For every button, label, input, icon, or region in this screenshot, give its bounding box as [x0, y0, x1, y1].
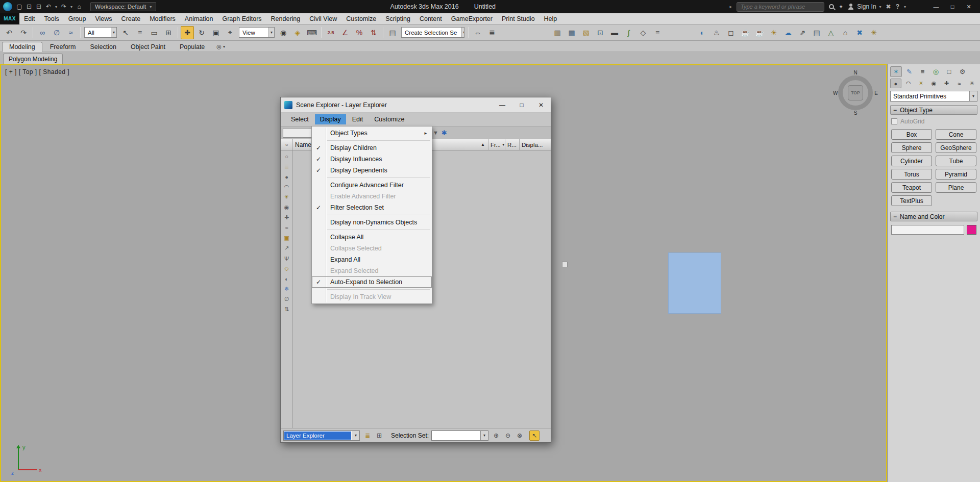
- menubar-item[interactable]: Scripting: [381, 14, 415, 24]
- activeshade-icon[interactable]: ☀: [767, 26, 780, 39]
- cameras-category[interactable]: ◉: [928, 79, 940, 88]
- select-and-move-icon[interactable]: ✚: [181, 26, 194, 39]
- select-object-icon[interactable]: ↖: [119, 26, 132, 39]
- menubar-item[interactable]: Views: [90, 14, 116, 24]
- ribbon-tab[interactable]: Modeling: [2, 42, 42, 52]
- reference-coordinate-dropdown[interactable]: View ▾: [239, 27, 275, 38]
- systems-category[interactable]: ✳: [966, 79, 977, 88]
- display-menu-item[interactable]: Collapse All: [312, 232, 432, 243]
- display-menu-item[interactable]: Object Types: [312, 128, 432, 139]
- undo-dropdown-icon[interactable]: ▾: [54, 2, 58, 11]
- dialog-close-button[interactable]: ✕: [531, 97, 551, 112]
- align-icon[interactable]: ≣: [485, 26, 499, 39]
- utilities-tab[interactable]: ⚙: [957, 66, 968, 77]
- sign-in-button[interactable]: Sign In ▾: [848, 3, 881, 10]
- app-store-icon[interactable]: ✖: [853, 26, 866, 39]
- menubar-item[interactable]: Content: [415, 14, 447, 24]
- unlink-selection-icon[interactable]: ∅: [50, 26, 63, 39]
- add-selected-to-set-icon[interactable]: ⊖: [503, 430, 513, 441]
- column-filter-icon[interactable]: ▼: [502, 143, 505, 146]
- layer-hierarchy-icon[interactable]: ⊞: [374, 430, 384, 441]
- primitive-button[interactable]: GeoSphere: [936, 142, 976, 153]
- dialog-menu-item[interactable]: Edit: [347, 114, 369, 124]
- display-cameras-icon[interactable]: ◉: [282, 203, 291, 212]
- save-file-icon[interactable]: ⊟: [35, 2, 43, 11]
- menubar-item[interactable]: Civil View: [305, 14, 341, 24]
- project-folder-icon[interactable]: ⌂: [75, 2, 83, 11]
- primitive-button[interactable]: Cylinder: [891, 156, 932, 166]
- display-menu-item[interactable]: Display non-Dynamics Objects: [312, 217, 432, 228]
- chevron-down-icon[interactable]: ▾: [352, 431, 359, 440]
- redo-dropdown-icon[interactable]: ▾: [69, 2, 74, 11]
- select-and-scale-icon[interactable]: ▣: [209, 26, 223, 39]
- select-and-place-icon[interactable]: ⌖: [224, 26, 237, 39]
- display-menu-item[interactable]: Display Influences: [312, 154, 432, 165]
- search-icon[interactable]: [829, 4, 834, 9]
- undo-icon[interactable]: ↶: [44, 2, 53, 11]
- menubar-item[interactable]: Graph Editors: [217, 14, 266, 24]
- menubar-item[interactable]: Tools: [40, 14, 64, 24]
- primitive-button[interactable]: Torus: [891, 169, 932, 180]
- viewport-label[interactable]: [ + ] [ Top ] [ Shaded ]: [5, 68, 69, 75]
- advanced-filter-icon[interactable]: ✱: [442, 129, 447, 137]
- lighting-analysis-icon[interactable]: ✳: [867, 26, 880, 39]
- ribbon-tab[interactable]: Populate: [173, 42, 211, 52]
- display-menu-item[interactable]: Expand Selected: [312, 265, 432, 276]
- display-layers-icon[interactable]: ≣: [282, 162, 291, 171]
- angle-snap-icon[interactable]: ∠: [338, 26, 352, 39]
- box-object[interactable]: [668, 252, 721, 314]
- hierarchy-tab[interactable]: ≡: [917, 66, 928, 77]
- viewcube-top-face[interactable]: TOP: [848, 85, 863, 100]
- workspace-dropdown[interactable]: Workspace: Default ▾: [90, 2, 156, 11]
- menubar-item[interactable]: Group: [64, 14, 91, 24]
- ribbon-tab[interactable]: Freeform: [43, 42, 83, 52]
- display-space-warps-icon[interactable]: ≈: [282, 223, 291, 232]
- primitive-category-dropdown[interactable]: Standard Primitives ▾: [890, 91, 977, 102]
- bind-to-space-warp-icon[interactable]: ≈: [64, 26, 78, 39]
- name-color-rollout[interactable]: − Name and Color: [890, 212, 977, 221]
- explorer-mode-dropdown[interactable]: Layer Explorer ▾: [283, 430, 360, 441]
- display-geometry-icon[interactable]: ●: [282, 172, 291, 181]
- primitive-button[interactable]: Sphere: [891, 142, 932, 153]
- dialog-menu-item[interactable]: Display: [315, 114, 346, 124]
- dialog-minimize-button[interactable]: —: [493, 97, 512, 112]
- select-set-members-icon[interactable]: ↖: [529, 430, 540, 441]
- column-header-render[interactable]: R...: [505, 139, 520, 150]
- percent-snap-icon[interactable]: %: [353, 26, 366, 39]
- display-shapes-icon[interactable]: ◠: [282, 183, 291, 191]
- primitive-button[interactable]: Cone: [936, 129, 976, 140]
- menubar-item[interactable]: Rendering: [266, 14, 305, 24]
- space-warps-category[interactable]: ≈: [953, 79, 965, 88]
- spinner-snap-icon[interactable]: ⇅: [367, 26, 380, 39]
- column-header-frozen[interactable]: Fr... ▼: [488, 139, 505, 150]
- open-container-icon[interactable]: ⊡: [594, 26, 607, 39]
- curve-editor-icon[interactable]: ∫: [622, 26, 635, 39]
- chevron-down-icon[interactable]: ▾: [461, 28, 464, 37]
- viewcube[interactable]: TOP N S W E: [834, 71, 877, 114]
- keyboard-override-icon[interactable]: ⌨: [305, 26, 318, 39]
- sort-ascending-icon[interactable]: ▲: [481, 142, 486, 147]
- primitive-button[interactable]: Box: [891, 129, 932, 140]
- menubar-item[interactable]: Customize: [341, 14, 381, 24]
- display-containers-icon[interactable]: ◇: [282, 264, 291, 273]
- object-name-input[interactable]: [891, 225, 964, 235]
- selection-filter-dropdown[interactable]: All ▾: [84, 27, 117, 38]
- snaps-toggle-icon[interactable]: 2.5: [324, 26, 337, 39]
- named-selection-sets-combo[interactable]: Create Selection Se ▾: [401, 27, 464, 38]
- object-type-rollout[interactable]: − Object Type: [890, 105, 977, 115]
- display-menu-item[interactable]: Enable Advanced Filter: [312, 191, 432, 202]
- display-menu-item[interactable]: Collapse Selected: [312, 243, 432, 254]
- keyword-search-field[interactable]: [737, 2, 824, 12]
- filter-icon[interactable]: ▼: [433, 130, 438, 136]
- selection-set-dropdown[interactable]: ▾: [431, 430, 488, 441]
- new-layer-icon[interactable]: ≣: [362, 430, 373, 441]
- display-menu-item[interactable]: Display Dependents: [312, 165, 432, 176]
- primitive-button[interactable]: Plane: [936, 182, 976, 193]
- edit-named-selection-sets-icon[interactable]: ▤: [386, 26, 399, 39]
- display-tab[interactable]: □: [943, 66, 955, 77]
- chevron-down-icon[interactable]: ▾: [480, 431, 488, 440]
- primitive-button[interactable]: Teapot: [891, 182, 932, 193]
- tab-polygon-modeling[interactable]: Polygon Modeling: [3, 54, 63, 64]
- 3dsmax-logo-icon[interactable]: [3, 2, 12, 11]
- autogrid-checkbox[interactable]: [891, 118, 897, 124]
